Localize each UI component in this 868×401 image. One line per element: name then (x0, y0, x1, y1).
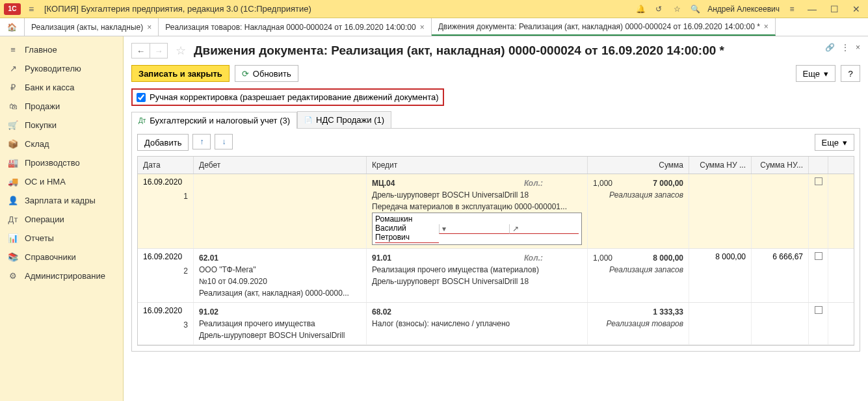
sidebar-item-warehouse[interactable]: 📦Склад (0, 135, 123, 153)
close-icon[interactable]: × (420, 23, 425, 32)
content-area: ←→ ☆ Движения документа: Реализация (акт… (124, 36, 868, 401)
minimize-button[interactable]: — (804, 4, 820, 14)
list-icon: ≡ (8, 45, 18, 55)
sidebar-item-bank[interactable]: ₽Банк и касса (0, 78, 123, 97)
sidebar-item-hr[interactable]: 👤Зарплата и кадры (0, 191, 123, 210)
link-icon[interactable]: 🔗 (825, 43, 835, 52)
close-button[interactable]: ✕ (848, 4, 864, 14)
dt-icon: Дт (8, 214, 18, 224)
tab-2[interactable]: Движения документа: Реализация (акт, нак… (432, 18, 776, 36)
move-up-button[interactable]: ↑ (192, 134, 211, 149)
menu-icon[interactable]: ≡ (23, 4, 39, 14)
forward-button[interactable]: → (150, 43, 168, 58)
refresh-button[interactable]: ⟳Обновить (235, 65, 298, 82)
cart-icon: 🛒 (8, 120, 18, 130)
row-checkbox[interactable] (815, 177, 822, 185)
more-button[interactable]: Еще ▾ (796, 65, 835, 82)
gear-icon: ⚙ (8, 271, 18, 281)
bars-icon: 📊 (8, 233, 18, 243)
col-debit[interactable]: Дебет (194, 157, 367, 174)
chart-icon: ↗ (8, 64, 18, 73)
history-icon[interactable]: ↺ (653, 5, 664, 14)
close-icon[interactable]: × (147, 23, 151, 32)
chevron-down-icon: ▾ (843, 138, 847, 148)
ruble-icon: ₽ (8, 83, 18, 92)
checkbox-input[interactable] (137, 93, 146, 102)
more-icon[interactable]: ⋮ (841, 43, 849, 52)
col-check (809, 157, 828, 174)
chevron-down-icon: ▾ (824, 69, 828, 79)
col-credit[interactable]: Кредит (367, 157, 588, 174)
search-icon[interactable]: 🔍 (689, 5, 701, 14)
user-name[interactable]: Андрей Алексеевич (707, 5, 780, 14)
tab-0[interactable]: Реализация (акты, накладные)× (25, 18, 159, 36)
person-icon: 👤 (8, 196, 18, 205)
row-checkbox[interactable] (815, 252, 822, 260)
sidebar-item-operations[interactable]: ДтОперации (0, 210, 123, 229)
sidebar-item-reports[interactable]: 📊Отчеты (0, 229, 123, 248)
tab-accounting[interactable]: ДтБухгалтерский и налоговый учет (3) (131, 112, 297, 129)
col-date[interactable]: Дата (138, 157, 194, 174)
sidebar: ≡Главное ↗Руководителю ₽Банк и касса 🛍Пр… (0, 36, 124, 401)
maximize-button[interactable]: ☐ (826, 4, 842, 14)
app-logo: 1C (4, 3, 21, 15)
titlebar: 1C ≡ [КОПИЯ] Бухгалтерия предприятия, ре… (0, 0, 868, 18)
bag-icon: 🛍 (8, 101, 18, 111)
add-button[interactable]: Добавить (137, 134, 189, 151)
sidebar-item-main[interactable]: ≡Главное (0, 40, 123, 59)
help-button[interactable]: ? (841, 65, 860, 82)
star-icon[interactable]: ☆ (671, 5, 683, 14)
sidebar-item-sales[interactable]: 🛍Продажи (0, 97, 123, 116)
table-row[interactable]: 16.09.20202 62.01 ООО "ТФ-Мега" №10 от 0… (138, 249, 854, 303)
table-row[interactable]: 16.09.20203 91.02 Реализация прочего иму… (138, 303, 854, 345)
app-title: [КОПИЯ] Бухгалтерия предприятия, редакци… (42, 4, 635, 14)
tab-1[interactable]: Реализация товаров: Накладная 0000-00002… (159, 18, 431, 36)
settings-icon[interactable]: ≡ (786, 5, 798, 14)
col-nu1[interactable]: Сумма НУ ... (689, 157, 752, 174)
col-nu2[interactable]: Сумма НУ... (752, 157, 809, 174)
favorite-icon[interactable]: ☆ (176, 44, 186, 58)
sidebar-item-directories[interactable]: 📚Справочники (0, 248, 123, 266)
sidebar-item-manager[interactable]: ↗Руководителю (0, 59, 123, 78)
close-icon[interactable]: × (856, 43, 860, 52)
sidebar-item-purchases[interactable]: 🛒Покупки (0, 116, 123, 135)
close-icon[interactable]: × (764, 22, 769, 31)
row-checkbox[interactable] (815, 306, 822, 314)
books-icon: 📚 (8, 252, 18, 262)
sidebar-item-production[interactable]: 🏭Производство (0, 153, 123, 172)
table-row[interactable]: 16.09.20201 МЦ.04 Кол.: Дрель-шуруповерт… (138, 174, 854, 249)
save-close-button[interactable]: Записать и закрыть (131, 65, 230, 82)
box-icon: 📦 (8, 139, 18, 149)
truck-icon: 🚚 (8, 177, 18, 187)
open-icon[interactable]: ↗ (509, 224, 579, 234)
bell-icon[interactable]: 🔔 (635, 5, 646, 14)
back-button[interactable]: ← (131, 43, 150, 58)
tabs-bar: 🏠 Реализация (акты, накладные)× Реализац… (0, 18, 868, 36)
tab-vat-sales[interactable]: 📄НДС Продажи (1) (297, 111, 391, 128)
factory-icon: 🏭 (8, 158, 18, 168)
employee-input[interactable]: Ромашкин Василий Петрович ▾ ↗ (372, 213, 582, 245)
sidebar-item-admin[interactable]: ⚙Администрирование (0, 266, 123, 285)
manual-correction-checkbox[interactable]: Ручная корректировка (разрешает редактир… (131, 88, 444, 106)
page-title: Движения документа: Реализация (акт, нак… (194, 44, 724, 58)
doc-icon: 📄 (304, 116, 312, 123)
grid-more-button[interactable]: Еще ▾ (815, 134, 854, 151)
dropdown-icon[interactable]: ▾ (439, 224, 508, 234)
move-down-button[interactable]: ↓ (215, 134, 233, 149)
sidebar-item-assets[interactable]: 🚚ОС и НМА (0, 172, 123, 191)
home-tab[interactable]: 🏠 (0, 18, 25, 36)
entries-grid: Дата Дебет Кредит Сумма Сумма НУ ... Сум… (137, 156, 854, 346)
dt-kt-icon: Дт (138, 117, 146, 124)
col-sum[interactable]: Сумма (588, 157, 689, 174)
grid-header: Дата Дебет Кредит Сумма Сумма НУ ... Сум… (138, 157, 854, 174)
refresh-icon: ⟳ (242, 69, 249, 79)
